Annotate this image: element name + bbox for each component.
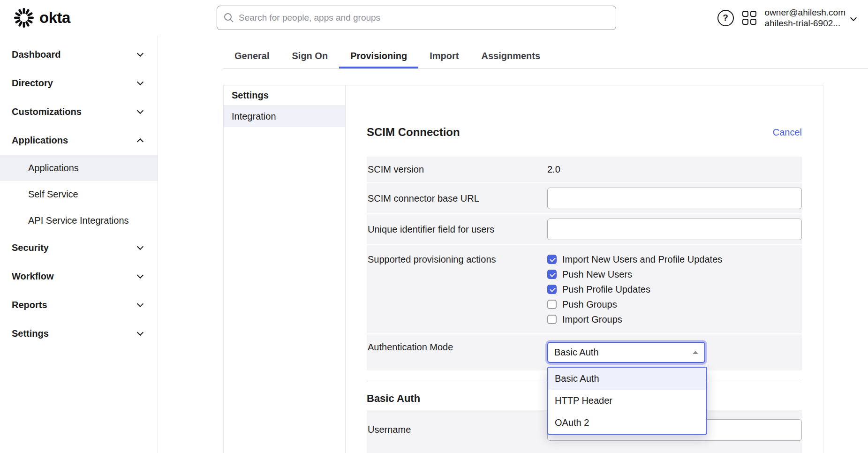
checkbox-label: Import Groups: [562, 314, 622, 325]
scim-connection-form: SCIM Connection Cancel SCIM version 2.0 …: [346, 85, 823, 453]
sidebar-subitem-self-service[interactable]: Self Service: [0, 181, 158, 207]
checkbox-label: Import New Users and Profile Updates: [562, 254, 722, 265]
tab-import[interactable]: Import: [418, 44, 470, 68]
chevron-down-icon: [137, 272, 143, 279]
topbar: okta ? owner@ahilesh.com ahilesh-trial-6…: [0, 0, 868, 36]
sidebar-item-label: Settings: [12, 328, 49, 339]
sidebar-item-directory[interactable]: Directory: [0, 69, 158, 98]
page-title: SCIM Connection: [367, 126, 460, 139]
dropdown-option-basic-auth[interactable]: Basic Auth: [548, 368, 706, 390]
authentication-mode-dropdown: Basic Auth HTTP Header OAuth 2: [547, 367, 707, 435]
okta-logo[interactable]: okta: [13, 7, 217, 29]
checkbox-icon[interactable]: [547, 285, 557, 294]
checkbox-push-new-users[interactable]: Push New Users: [547, 267, 802, 282]
chevron-down-icon: [137, 107, 143, 114]
cancel-button[interactable]: Cancel: [773, 127, 802, 138]
dropdown-option-http-header[interactable]: HTTP Header: [548, 390, 706, 412]
checkbox-import-new-users[interactable]: Import New Users and Profile Updates: [547, 252, 802, 267]
chevron-down-icon: [137, 79, 143, 85]
sidebar-item-label: Security: [12, 242, 49, 253]
field-label: Authentication Mode: [367, 342, 547, 363]
search-input[interactable]: [217, 6, 616, 30]
sidebar-item-workflow[interactable]: Workflow: [0, 262, 158, 291]
sidebar-item-applications[interactable]: Applications: [0, 126, 158, 155]
settings-subnav: Settings Integration: [224, 85, 346, 453]
sidebar-item-customizations[interactable]: Customizations: [0, 98, 158, 126]
sidebar-item-label: Directory: [12, 78, 53, 89]
authentication-mode-select[interactable]: Basic Auth: [547, 342, 705, 363]
app-tabs: General Sign On Provisioning Import Assi…: [223, 44, 868, 69]
chevron-down-icon: [137, 243, 143, 250]
account-menu[interactable]: owner@ahilesh.com ahilesh-trial-6902...: [765, 7, 856, 29]
checkbox-icon[interactable]: [547, 300, 557, 309]
row-base-url: SCIM connector base URL: [367, 183, 802, 213]
row-provisioning-actions: Supported provisioning actions Import Ne…: [367, 245, 802, 333]
scim-version-value: 2.0: [547, 164, 802, 175]
chevron-up-icon: [137, 138, 143, 145]
sidebar-item-label: Dashboard: [12, 49, 60, 60]
account-email: owner@ahilesh.com: [765, 7, 845, 18]
checkbox-icon[interactable]: [547, 255, 557, 264]
checkbox-push-profile-updates[interactable]: Push Profile Updates: [547, 282, 802, 297]
sidebar-subitem-applications[interactable]: Applications: [0, 155, 158, 181]
row-authentication-mode: Authentication Mode Basic Auth Basic Aut…: [367, 334, 802, 370]
chevron-down-icon: [137, 301, 143, 307]
chevron-down-icon: [850, 15, 857, 21]
account-text: owner@ahilesh.com ahilesh-trial-6902...: [765, 7, 845, 29]
apps-grid-icon[interactable]: [742, 11, 756, 25]
sidebar-item-dashboard[interactable]: Dashboard: [0, 40, 158, 69]
okta-aura-icon: [13, 7, 35, 29]
okta-wordmark: okta: [39, 9, 70, 27]
provisioning-panel: Settings Integration SCIM Connection Can…: [223, 85, 823, 453]
sidebar-item-label: Customizations: [12, 106, 82, 117]
base-url-input[interactable]: [547, 188, 802, 209]
field-label: Supported provisioning actions: [367, 252, 547, 267]
sidebar-item-security[interactable]: Security: [0, 234, 158, 262]
row-unique-identifier: Unique identifier field for users: [367, 214, 802, 244]
dropdown-option-oauth2[interactable]: OAuth 2: [548, 412, 706, 434]
help-icon[interactable]: ?: [717, 10, 734, 26]
sidebar-subitem-api-service-integrations[interactable]: API Service Integrations: [0, 207, 158, 234]
subnav-item-integration[interactable]: Integration: [224, 106, 345, 127]
tab-assignments[interactable]: Assignments: [470, 44, 552, 68]
tab-sign-on[interactable]: Sign On: [280, 44, 339, 68]
checkbox-icon[interactable]: [547, 270, 557, 279]
chevron-down-icon: [137, 50, 143, 57]
field-label: Username: [367, 424, 547, 435]
subnav-header: Settings: [224, 85, 345, 106]
unique-identifier-input[interactable]: [547, 219, 802, 240]
sidebar-subitem-label: API Service Integrations: [28, 215, 129, 226]
sidebar-item-settings[interactable]: Settings: [0, 319, 158, 348]
sidebar-subitem-label: Applications: [28, 163, 79, 174]
sidebar-item-label: Workflow: [12, 271, 54, 282]
global-search: [217, 6, 616, 30]
checkbox-label: Push New Users: [562, 269, 632, 280]
checkbox-label: Push Profile Updates: [562, 284, 650, 295]
row-scim-version: SCIM version 2.0: [367, 157, 802, 182]
caret-up-icon: [693, 351, 698, 354]
main-content: General Sign On Provisioning Import Assi…: [158, 36, 868, 453]
field-label: Unique identifier field for users: [367, 224, 547, 235]
search-icon: [223, 12, 234, 25]
field-label: SCIM version: [367, 164, 547, 175]
sidebar-subitem-label: Self Service: [28, 189, 78, 200]
chevron-down-icon: [137, 329, 143, 336]
sidebar-item-reports[interactable]: Reports: [0, 291, 158, 319]
account-org: ahilesh-trial-6902...: [765, 18, 845, 29]
tab-general[interactable]: General: [223, 44, 280, 68]
checkbox-icon[interactable]: [547, 315, 557, 324]
checkbox-label: Push Groups: [562, 299, 617, 310]
checkbox-push-groups[interactable]: Push Groups: [547, 297, 802, 312]
checkbox-import-groups[interactable]: Import Groups: [547, 312, 802, 327]
field-label: SCIM connector base URL: [367, 193, 547, 204]
sidebar: Dashboard Directory Customizations Appli…: [0, 36, 158, 453]
sidebar-item-label: Applications: [12, 135, 68, 146]
sidebar-item-label: Reports: [12, 300, 47, 310]
tab-provisioning[interactable]: Provisioning: [339, 44, 418, 68]
select-value: Basic Auth: [554, 347, 599, 358]
